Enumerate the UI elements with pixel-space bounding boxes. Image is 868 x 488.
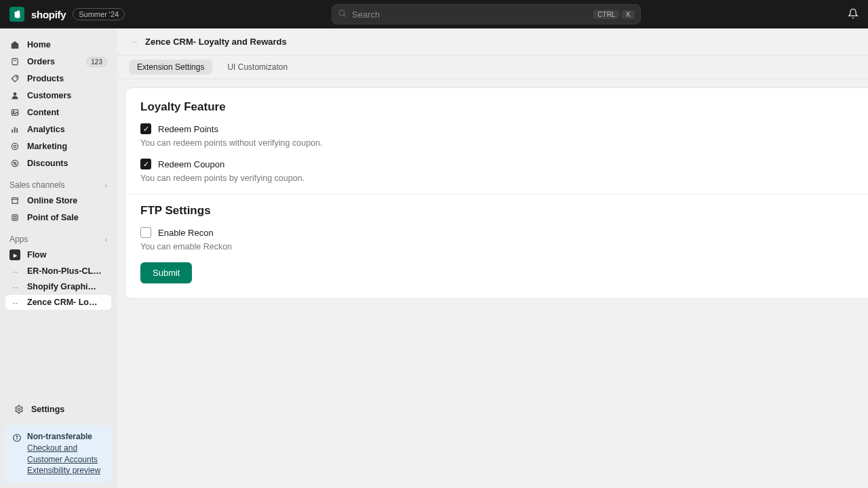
- chevron-right-icon: ›: [105, 236, 107, 243]
- shopify-logo-icon[interactable]: [9, 7, 24, 22]
- redeem-coupon-label: Redeem Coupon: [158, 159, 224, 169]
- app-zence-label: Zence CRM- Loyalty and ...: [27, 298, 102, 307]
- nav-customers-label: Customers: [27, 91, 71, 100]
- search-placeholder: Search: [352, 9, 588, 20]
- svg-point-13: [14, 162, 14, 163]
- tab-extension-settings[interactable]: Extension Settings: [129, 60, 212, 75]
- redeem-coupon-row: ✓ Redeem Coupon: [140, 159, 853, 169]
- page-header: - - Zence CRM- Loyalty and Rewards: [117, 28, 868, 56]
- app-flow[interactable]: ▸ Flow: [5, 247, 111, 263]
- check-icon: ✓: [143, 161, 149, 168]
- svg-point-4: [14, 92, 17, 96]
- nav-home-label: Home: [27, 40, 51, 49]
- main: - - Zence CRM- Loyalty and Rewards Exten…: [117, 28, 868, 488]
- search-kbd: CTRL K: [593, 10, 635, 19]
- enable-recon-checkbox[interactable]: [140, 227, 151, 238]
- generic-app-icon: - -: [9, 283, 20, 291]
- nav-pos[interactable]: Point of Sale: [5, 209, 111, 226]
- generic-app-icon: - -: [9, 299, 20, 306]
- customers-icon: [9, 90, 20, 101]
- nav-products-label: Products: [27, 74, 64, 83]
- nav-settings[interactable]: Settings: [9, 401, 107, 418]
- sidebar: Home Orders 123 Products Customers Conte…: [0, 28, 117, 488]
- analytics-icon: [9, 124, 20, 135]
- settings-card: Loyalty Feature ✓ Redeem Points You can …: [125, 87, 868, 299]
- svg-point-10: [14, 145, 16, 148]
- nav-content[interactable]: Content: [5, 104, 111, 121]
- svg-rect-9: [16, 128, 18, 132]
- app-er[interactable]: - - ER-Non-Plus-CLI-3: [5, 264, 111, 279]
- nav-customers[interactable]: Customers: [5, 87, 111, 104]
- svg-rect-2: [12, 58, 18, 64]
- svg-point-6: [13, 111, 14, 113]
- app-graphiql[interactable]: - - Shopify GraphiQL App: [5, 279, 111, 294]
- svg-line-1: [344, 15, 346, 17]
- tabs: Extension Settings UI Customizaton: [117, 56, 868, 79]
- notice-body-wrap: Non-transferable Checkout and Customer A…: [27, 432, 104, 476]
- kbd-k: K: [622, 10, 635, 19]
- nav-online-store[interactable]: Online Store: [5, 192, 111, 209]
- orders-badge: 123: [86, 57, 107, 67]
- tab-ui-customization[interactable]: UI Customizaton: [219, 60, 296, 75]
- pos-icon: [9, 212, 20, 223]
- gear-icon: [14, 404, 24, 415]
- summer-badge[interactable]: Summer '24: [73, 8, 125, 20]
- search-input[interactable]: Search CTRL K: [332, 4, 641, 24]
- topbar-right: [848, 8, 859, 21]
- redeem-points-help: You can redeem points without verifying …: [140, 138, 853, 148]
- redeem-coupon-checkbox[interactable]: ✓: [140, 159, 151, 169]
- submit-button[interactable]: Submit: [140, 262, 192, 283]
- enable-recon-row: Enable Recon: [140, 227, 853, 238]
- nav-orders[interactable]: Orders 123: [5, 54, 111, 70]
- svg-point-0: [339, 10, 344, 16]
- app-graphiql-label: Shopify GraphiQL App: [27, 282, 102, 291]
- enable-recon-help: You can emable Reckon: [140, 242, 853, 251]
- enable-recon-label: Enable Recon: [158, 228, 214, 238]
- generic-app-icon: - -: [129, 38, 140, 45]
- svg-point-17: [18, 409, 20, 411]
- orders-icon: [9, 56, 20, 67]
- brand-text: shopify: [31, 9, 66, 20]
- nav-analytics[interactable]: Analytics: [5, 121, 111, 138]
- kbd-ctrl: CTRL: [593, 10, 619, 19]
- info-icon: [12, 433, 22, 445]
- search-icon: [338, 9, 347, 20]
- app-zence[interactable]: - - Zence CRM- Loyalty and ...: [5, 295, 111, 310]
- notice-title: Non-transferable: [27, 432, 104, 441]
- divider: [125, 194, 868, 195]
- redeem-points-checkbox[interactable]: ✓: [140, 123, 151, 134]
- svg-rect-15: [12, 215, 18, 220]
- app-er-label: ER-Non-Plus-CLI-3: [27, 266, 102, 276]
- sales-channels-header[interactable]: Sales channels ›: [0, 172, 117, 192]
- home-icon: [9, 39, 20, 50]
- svg-point-20: [16, 436, 17, 437]
- nav-orders-label: Orders: [27, 57, 55, 66]
- app-flow-label: Flow: [27, 250, 46, 260]
- nav-products[interactable]: Products: [5, 70, 111, 87]
- svg-point-3: [16, 77, 17, 77]
- content-icon: [9, 107, 20, 118]
- redeem-coupon-help: You can redeem points by verifying coupo…: [140, 174, 853, 183]
- card-wrap: Loyalty Feature ✓ Redeem Points You can …: [117, 79, 868, 299]
- redeem-points-row: ✓ Redeem Points: [140, 123, 853, 134]
- preview-notice: Non-transferable Checkout and Customer A…: [5, 425, 111, 483]
- search-wrap: Search CTRL K: [332, 4, 641, 24]
- topbar-left: shopify Summer '24: [9, 7, 125, 22]
- nav-marketing[interactable]: Marketing: [5, 138, 111, 155]
- nav-discounts[interactable]: Discounts: [5, 155, 111, 171]
- bell-icon[interactable]: [848, 8, 859, 21]
- svg-rect-16: [14, 216, 16, 219]
- page-title: Zence CRM- Loyalty and Rewards: [145, 37, 287, 47]
- generic-app-icon: - -: [9, 268, 20, 275]
- notice-link[interactable]: Checkout and Customer Accounts Extensibi…: [27, 443, 104, 476]
- nav-pos-label: Point of Sale: [27, 213, 79, 222]
- nav-home[interactable]: Home: [5, 37, 111, 53]
- svg-point-14: [16, 164, 16, 165]
- layout: Home Orders 123 Products Customers Conte…: [0, 28, 868, 488]
- svg-point-11: [12, 143, 18, 149]
- store-icon: [9, 195, 20, 206]
- flow-icon: ▸: [9, 249, 20, 260]
- svg-rect-8: [14, 127, 16, 133]
- svg-rect-7: [12, 129, 13, 133]
- apps-header[interactable]: Apps ›: [0, 226, 117, 247]
